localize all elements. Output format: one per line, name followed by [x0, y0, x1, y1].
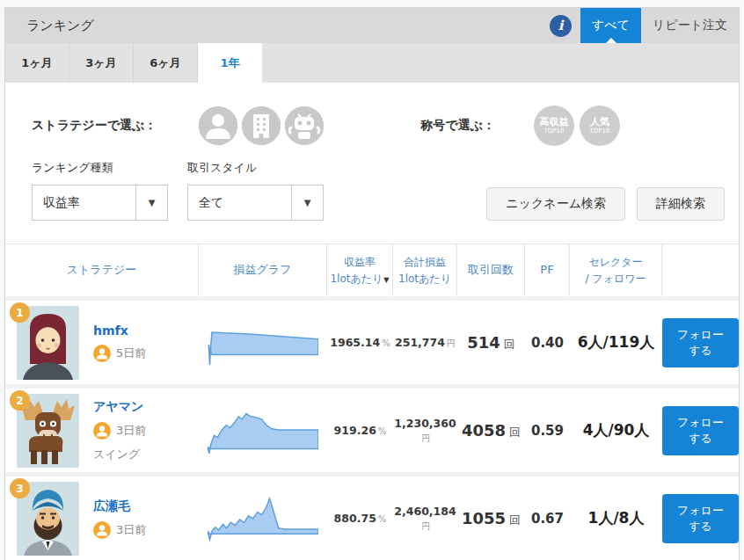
- col-pf: PF: [525, 244, 570, 296]
- col-return-rate[interactable]: 収益率 1lotあたり▼: [327, 244, 393, 296]
- strategy-filter-label: ストラテジーで選ぶ：: [32, 118, 157, 134]
- col-total-profit: 合計損益 1lotあたり: [393, 244, 457, 296]
- ranking-type-select[interactable]: 収益率 ▼: [32, 185, 168, 221]
- filter-row-strategy: ストラテジーで選ぶ： 称号で選ぶ： 高収益 TOP10 人気 TOP10: [5, 83, 739, 151]
- ranking-panel: ランキング i すべて リピート注文 1ヶ月 3ヶ月 6ヶ月 1年 ストラテジー…: [4, 7, 740, 560]
- nickname-search-button[interactable]: ニックネーム検索: [486, 187, 625, 221]
- table-header: ストラテジー 損益グラフ 収益率 1lotあたり▼ 合計損益 1lotあたり 取…: [5, 244, 739, 296]
- trade-style-tag: スイング: [93, 447, 146, 462]
- ranking-type-group: ランキング種類 収益率 ▼: [32, 160, 168, 221]
- info-icon[interactable]: i: [550, 15, 572, 37]
- updated-time: 5日前: [116, 345, 146, 361]
- table-row: 2 アヤマン 3日前 スイング 919.26% 1,230,360円 4058回…: [5, 384, 739, 472]
- tab-1year[interactable]: 1年: [198, 43, 262, 83]
- profit-sparkline: [208, 407, 318, 455]
- total-profit-cell: 2,460,184円: [393, 505, 457, 533]
- chevron-down-icon: ▼: [135, 185, 167, 220]
- updated-time: 3日前: [116, 423, 146, 439]
- col-trade-count: 取引回数: [457, 244, 525, 296]
- follow-button[interactable]: フォローする: [662, 494, 739, 543]
- follow-button[interactable]: フォローする: [662, 406, 739, 455]
- total-profit-cell: 1,230,360円: [393, 417, 457, 445]
- badge-popular[interactable]: 人気 TOP10: [580, 105, 620, 146]
- col-selector-follower: セレクター / フォロワー: [570, 244, 662, 296]
- follow-button[interactable]: フォローする: [662, 318, 739, 367]
- rank-badge: 1: [10, 302, 30, 323]
- pf-cell: 0.67: [525, 511, 570, 527]
- selector-follower-cell: 6人/119人: [570, 332, 662, 353]
- person-icon[interactable]: [199, 106, 237, 145]
- ranking-type-label: ランキング種類: [32, 160, 168, 176]
- header-right: i すべて リピート注文: [550, 8, 739, 43]
- col-actions: [662, 244, 739, 296]
- strategy-type-icons: [199, 106, 324, 145]
- pf-cell: 0.59: [525, 423, 570, 439]
- trade-style-label: 取引スタイル: [187, 160, 324, 176]
- tab-repeat-order[interactable]: リピート注文: [641, 8, 739, 43]
- panel-header: ランキング i すべて リピート注文: [5, 8, 739, 43]
- trade-style-group: 取引スタイル 全て ▼: [187, 160, 324, 221]
- strategy-cell: 3 広瀬毛 3日前: [5, 476, 199, 560]
- page-title: ランキング: [26, 18, 94, 34]
- ranking-type-value: 収益率: [33, 185, 135, 220]
- col-strategy: ストラテジー: [5, 244, 199, 296]
- sort-desc-icon: ▼: [383, 276, 389, 284]
- profit-sparkline: [208, 319, 318, 367]
- detail-search-button[interactable]: 詳細検索: [637, 187, 725, 221]
- user-icon: [93, 345, 111, 362]
- badge-filter-label: 称号で選ぶ：: [420, 118, 495, 134]
- robot-icon[interactable]: [285, 106, 324, 145]
- trade-count-cell: 4058回: [457, 421, 525, 440]
- return-rate-cell: 919.26%: [327, 424, 393, 437]
- strategy-info: アヤマン 3日前 スイング: [93, 399, 146, 462]
- user-icon: [93, 521, 111, 539]
- strategy-name[interactable]: 広瀬毛: [93, 498, 146, 514]
- tab-3month[interactable]: 3ヶ月: [69, 43, 134, 83]
- search-buttons: ニックネーム検索 詳細検索: [486, 187, 725, 221]
- table-row: 1 hmfx 5日前 1965.14% 251,774円 514回 0.40 6…: [5, 296, 739, 384]
- return-rate-cell: 1965.14%: [327, 336, 393, 349]
- title-badges: 高収益 TOP10 人気 TOP10: [534, 105, 620, 146]
- badge-high-return[interactable]: 高収益 TOP10: [534, 105, 574, 146]
- filter-row-dropdowns: ランキング種類 収益率 ▼ 取引スタイル 全て ▼ ニックネーム検索 詳細検索: [5, 151, 739, 244]
- selector-follower-cell: 1人/8人: [570, 508, 662, 528]
- strategy-info: hmfx 5日前: [93, 324, 146, 362]
- selector-follower-cell: 4人/90人: [570, 420, 662, 440]
- rank-badge: 3: [10, 478, 30, 498]
- profit-chart-cell: [199, 495, 327, 542]
- building-icon[interactable]: [242, 106, 281, 145]
- strategy-cell: 2 アヤマン 3日前 スイング: [5, 389, 199, 472]
- profit-sparkline: [208, 495, 318, 542]
- strategy-info: 広瀬毛 3日前: [93, 498, 146, 539]
- trade-style-select[interactable]: 全て ▼: [187, 185, 324, 221]
- profit-chart-cell: [199, 319, 327, 367]
- strategy-cell: 1 hmfx 5日前: [5, 301, 199, 384]
- return-rate-cell: 880.75%: [327, 512, 393, 525]
- tab-6month[interactable]: 6ヶ月: [134, 43, 198, 83]
- profit-chart-cell: [199, 407, 327, 455]
- trade-count-cell: 514回: [457, 333, 525, 353]
- pf-cell: 0.40: [525, 335, 570, 351]
- table-row: 3 広瀬毛 3日前 880.75% 2,460,184円 1055回 0.67 …: [5, 472, 739, 560]
- chevron-down-icon: ▼: [291, 185, 323, 220]
- strategy-name[interactable]: アヤマン: [93, 399, 146, 415]
- rank-badge: 2: [10, 390, 30, 411]
- total-profit-cell: 251,774円: [393, 336, 457, 350]
- strategy-name[interactable]: hmfx: [93, 324, 146, 338]
- user-icon: [93, 422, 111, 440]
- trade-style-value: 全て: [188, 185, 291, 220]
- tab-1month[interactable]: 1ヶ月: [5, 43, 69, 83]
- period-tab-bar: 1ヶ月 3ヶ月 6ヶ月 1年: [5, 43, 739, 83]
- updated-time: 3日前: [116, 522, 146, 538]
- tab-all[interactable]: すべて: [580, 8, 641, 43]
- col-chart: 損益グラフ: [199, 244, 327, 296]
- trade-count-cell: 1055回: [457, 509, 525, 528]
